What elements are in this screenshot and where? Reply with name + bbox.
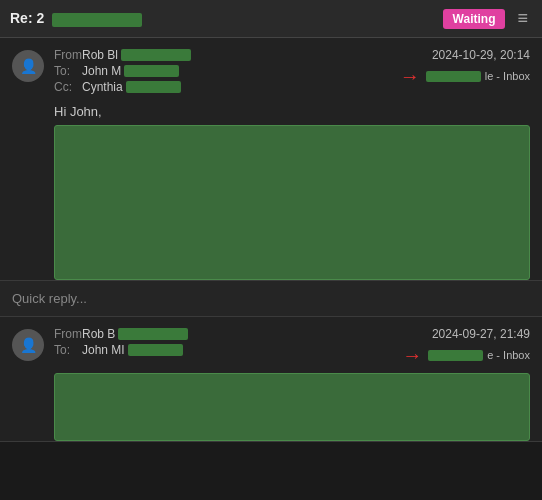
from-name-2: Rob B bbox=[82, 327, 115, 341]
message-meta-1: 👤 From: Rob Bl To: John M Cc: Cynthia 20… bbox=[12, 48, 530, 96]
menu-icon[interactable]: ≡ bbox=[513, 8, 532, 29]
message-block-2: 👤 From: Rob B To: John MI 2024-09-27, 21… bbox=[0, 317, 542, 442]
to-label-1: To: bbox=[54, 64, 82, 78]
message-date-1: 2024-10-29, 20:14 bbox=[432, 48, 530, 62]
from-highlight-1 bbox=[121, 49, 191, 61]
status-pill-2: e - Inbox bbox=[428, 349, 530, 361]
arrow-row-1: → le - Inbox bbox=[400, 66, 530, 86]
to-row-1: To: John M bbox=[54, 64, 400, 78]
message-block-1: 👤 From: Rob Bl To: John M Cc: Cynthia 20… bbox=[0, 38, 542, 281]
avatar-1: 👤 bbox=[12, 50, 44, 82]
arrow-icon-2: → bbox=[402, 345, 422, 365]
subject-prefix: Re: 2 bbox=[10, 10, 44, 26]
email-subject: Re: 2 bbox=[10, 10, 443, 26]
to-label-2: To: bbox=[54, 343, 82, 357]
status-suffix-2: e - Inbox bbox=[487, 349, 530, 361]
from-highlight-2 bbox=[118, 328, 188, 340]
meta-right-1: 2024-10-29, 20:14 → le - Inbox bbox=[400, 48, 530, 86]
avatar-icon-2: 👤 bbox=[20, 337, 37, 353]
message-greeting-1: Hi John, bbox=[12, 104, 530, 119]
from-row-1: From: Rob Bl bbox=[54, 48, 400, 62]
quick-reply-label: Quick reply... bbox=[12, 291, 87, 306]
status-pill-1: le - Inbox bbox=[426, 70, 530, 82]
cc-name-1: Cynthia bbox=[82, 80, 123, 94]
meta-fields-1: From: Rob Bl To: John M Cc: Cynthia bbox=[54, 48, 400, 96]
subject-highlight bbox=[52, 13, 142, 27]
message-body-1 bbox=[54, 125, 530, 280]
waiting-badge: Waiting bbox=[443, 9, 506, 29]
to-highlight-2 bbox=[128, 344, 183, 356]
to-name-1: John M bbox=[82, 64, 121, 78]
message-body-2 bbox=[54, 373, 530, 441]
from-row-2: From: Rob B bbox=[54, 327, 402, 341]
avatar-icon-1: 👤 bbox=[20, 58, 37, 74]
to-row-2: To: John MI bbox=[54, 343, 402, 357]
from-label-1: From: bbox=[54, 48, 82, 62]
arrow-icon-1: → bbox=[400, 66, 420, 86]
pill-green-1 bbox=[426, 71, 481, 82]
status-suffix-1: le - Inbox bbox=[485, 70, 530, 82]
from-label-2: From: bbox=[54, 327, 82, 341]
to-name-2: John MI bbox=[82, 343, 125, 357]
cc-highlight-1 bbox=[126, 81, 181, 93]
cc-row-1: Cc: Cynthia bbox=[54, 80, 400, 94]
email-header: Re: 2 Waiting ≡ bbox=[0, 0, 542, 38]
message-date-2: 2024-09-27, 21:49 bbox=[432, 327, 530, 341]
meta-fields-2: From: Rob B To: John MI bbox=[54, 327, 402, 359]
quick-reply-bar[interactable]: Quick reply... bbox=[0, 281, 542, 317]
from-name-1: Rob Bl bbox=[82, 48, 118, 62]
arrow-row-2: → e - Inbox bbox=[402, 345, 530, 365]
pill-green-2 bbox=[428, 350, 483, 361]
message-meta-2: 👤 From: Rob B To: John MI 2024-09-27, 21… bbox=[12, 327, 530, 365]
meta-right-2: 2024-09-27, 21:49 → e - Inbox bbox=[402, 327, 530, 365]
avatar-2: 👤 bbox=[12, 329, 44, 361]
cc-label-1: Cc: bbox=[54, 80, 82, 94]
to-highlight-1 bbox=[124, 65, 179, 77]
